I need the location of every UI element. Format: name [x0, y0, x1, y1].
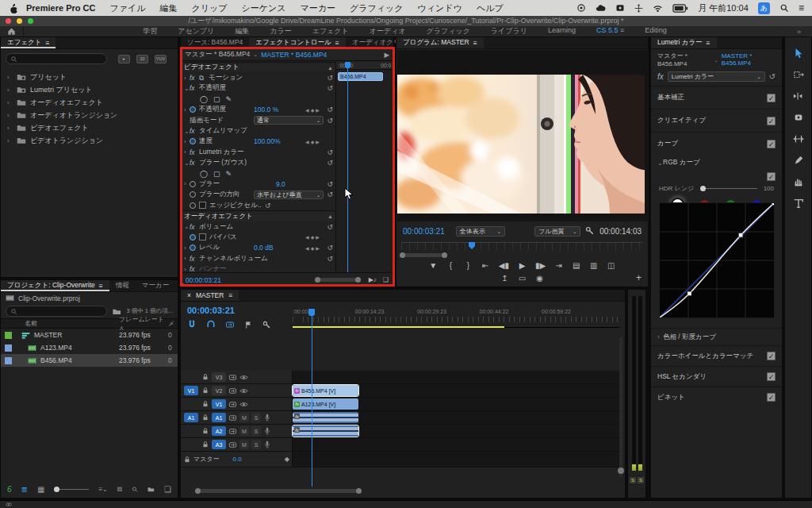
screen-record-icon[interactable] [576, 3, 586, 13]
effect-parameter-row[interactable]: ›レベル0.0 dB◀◆▶↺ [181, 243, 335, 253]
track-lock-icon[interactable] [201, 414, 209, 421]
twirl-closed-icon[interactable]: › [184, 180, 190, 187]
slider-knob[interactable] [54, 487, 59, 492]
rect-mask-icon[interactable]: ▢ [213, 95, 220, 103]
sync-lock-icon[interactable] [228, 414, 237, 422]
project-item-row[interactable]: B456.MP423.976 fps0 [1, 354, 178, 367]
parameter-value[interactable]: 100.00% [254, 137, 301, 145]
track-target-badge[interactable]: A3 [212, 440, 226, 449]
clip-a123-video[interactable]: fxA123.MP4 [V] [293, 398, 358, 410]
effects-folder-row[interactable]: ›ビデオエフェクト [1, 121, 178, 134]
effect-parameter-row[interactable]: エッジピクセル..↺ [181, 200, 335, 210]
reset-parameter-icon[interactable]: ↺ [324, 159, 333, 167]
item-name[interactable]: MASTER [34, 331, 62, 339]
menu-item[interactable]: マーカー [293, 2, 343, 14]
workspace-tab[interactable]: Editing [645, 26, 667, 37]
twirl-closed-icon[interactable]: › [7, 99, 13, 106]
effect-parameter-row[interactable]: ⌄fxタイムリマップ [181, 125, 335, 136]
slip-tool[interactable] [792, 133, 804, 144]
sequence-target-label[interactable]: MASTER * B456.MP4 [722, 52, 776, 67]
track-target-badge[interactable]: V2 [212, 386, 226, 395]
ime-indicator[interactable]: あ [758, 2, 770, 14]
reset-parameter-icon[interactable]: ↺ [324, 106, 333, 114]
timeline-playhead-line[interactable] [312, 310, 312, 487]
workspace-tab[interactable]: カラー [270, 26, 291, 37]
twirl-closed-icon[interactable]: › [7, 87, 13, 94]
step-back-button[interactable]: ◀▮ [499, 261, 509, 270]
notification-center-icon[interactable]: ≡ [799, 2, 804, 13]
effect-parameter-row[interactable]: ›fx⧉ モーション↺ [181, 72, 335, 83]
project-item-row[interactable]: A123.MP423.976 fps0 [1, 341, 178, 354]
track-lock-icon[interactable] [201, 427, 209, 435]
voiceover-record-icon[interactable] [263, 441, 271, 448]
program-zoom-scrollbar[interactable] [400, 253, 447, 259]
menu-item[interactable]: クリップ [184, 2, 234, 14]
play-audio-only-icon[interactable]: ▶♪ [369, 276, 377, 283]
zoom-window-button[interactable] [28, 18, 33, 24]
twirl-closed-icon[interactable]: › [184, 75, 190, 82]
rect-mask-icon[interactable]: ▢ [213, 170, 220, 178]
effect-parameter-row[interactable]: ›fxチャンネルボリューム↺ [181, 253, 335, 264]
menu-item[interactable]: ウィンドウ [411, 2, 469, 14]
icon-view-icon[interactable]: ▦ [37, 485, 44, 494]
sequence-target-label[interactable]: MASTER * B456.MP4 [261, 51, 327, 59]
go-to-out-button[interactable]: ⇥ [554, 261, 563, 270]
find-icon[interactable] [132, 485, 138, 494]
cloud-sync-icon[interactable] [596, 3, 606, 13]
twirl-closed-icon[interactable]: › [184, 244, 190, 252]
stopwatch-keyframe-icon[interactable] [190, 181, 196, 187]
menu-item[interactable]: 編集 [152, 2, 184, 14]
new-bin-icon[interactable] [147, 485, 155, 494]
sync-lock-icon[interactable] [228, 373, 237, 382]
scrollbar-handle-right[interactable] [355, 277, 361, 283]
mute-track-button[interactable]: M [239, 426, 249, 436]
basic-correction-checkbox[interactable]: ✓ [767, 94, 776, 102]
collapse-section-icon[interactable]: ▲ [327, 65, 333, 71]
section-color-wheels[interactable]: カラーホイールとカラーマッチ✓ [651, 345, 782, 366]
workspace-menu-icon[interactable]: ≡ [618, 26, 624, 34]
mute-track-button[interactable]: M [239, 440, 249, 449]
track-lock-icon[interactable] [201, 441, 209, 448]
lumetri-effect-dropdown[interactable]: Lumetri カラー⌄ [668, 71, 765, 82]
voiceover-record-icon[interactable] [263, 427, 271, 435]
panel-menu-icon[interactable]: ≡ [99, 282, 103, 290]
parameter-checkbox[interactable] [199, 202, 206, 209]
wifi-icon[interactable] [653, 3, 663, 13]
parameter-checkbox[interactable] [199, 233, 206, 241]
safe-margins-button[interactable]: ▭ [518, 274, 527, 283]
track-output-eye-icon[interactable] [239, 373, 248, 382]
item-name[interactable]: A123.MP4 [40, 344, 72, 352]
track-lock-icon[interactable] [201, 373, 209, 381]
section-hsl-secondary[interactable]: HSL セカンダリ✓ [651, 366, 782, 387]
program-current-timecode[interactable]: 00:00:03:21 [403, 227, 445, 236]
accelerated-filter-icon[interactable]: ▸ [118, 55, 130, 64]
effect-parameter-row[interactable]: 描画モード通常⌄↺ [181, 115, 335, 125]
extract-button[interactable]: ▥ [589, 261, 598, 270]
prev-keyframe-icon[interactable]: ◀ [305, 107, 309, 113]
hand-tool[interactable] [792, 175, 804, 187]
curve-control-point[interactable] [739, 233, 743, 237]
curve-control-point[interactable] [772, 203, 775, 206]
twirl-open-icon[interactable]: ⌄ [184, 223, 190, 230]
settings-wrench-icon[interactable] [585, 226, 595, 236]
effects-folder-row[interactable]: ›Lumetri プリセット [1, 83, 178, 96]
audio-track-lane[interactable]: fx [293, 411, 619, 424]
effects-search-input[interactable] [6, 53, 107, 64]
ellipse-mask-icon[interactable]: ◯ [200, 95, 208, 103]
master-clip-label[interactable]: マスター * B456.MP4 [185, 50, 250, 60]
go-to-in-button[interactable]: ⇤ [481, 261, 490, 270]
column-framerate[interactable]: フレームレート ∧ [119, 315, 168, 333]
pen-mask-icon[interactable]: ✎ [226, 95, 232, 103]
mark-out-button[interactable]: } [464, 261, 473, 270]
panel-menu-icon[interactable]: ≡ [707, 39, 710, 47]
menu-item[interactable]: シーケンス [235, 2, 293, 14]
add-keyframe-icon[interactable]: ◆ [311, 234, 315, 240]
master-track-lane[interactable] [293, 452, 619, 467]
yuv-filter-icon[interactable]: YUV [155, 55, 167, 64]
effect-controls-timecode[interactable]: 00:00:03:21 [186, 276, 221, 284]
timeline-settings-wrench-icon[interactable] [262, 321, 271, 329]
sync-lock-icon[interactable] [228, 387, 237, 395]
track-header[interactable]: A2MS [181, 425, 293, 437]
effect-parameter-row[interactable]: バイパス◀◆▶ [181, 232, 335, 242]
section-hue-sat-curves[interactable]: ›色相 / 彩度カーブ [651, 328, 782, 345]
